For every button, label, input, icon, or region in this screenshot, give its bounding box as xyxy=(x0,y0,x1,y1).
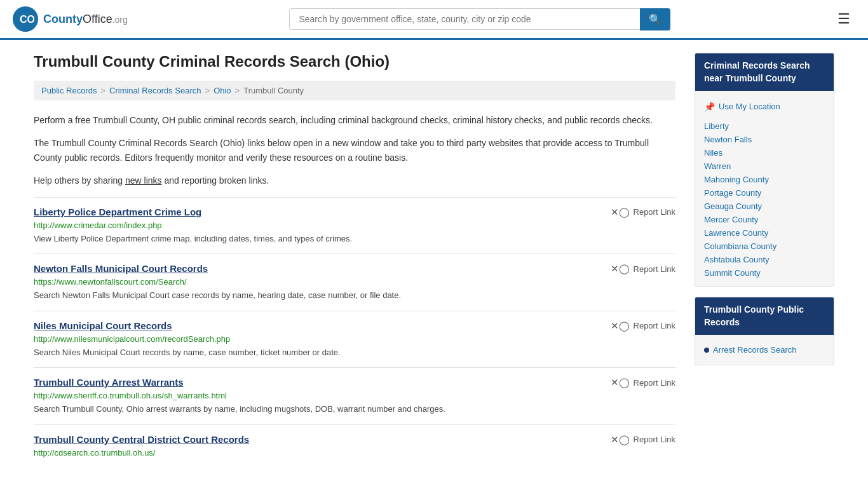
sidebar-nearby-link-9[interactable]: Columbiana County xyxy=(704,240,825,253)
sidebar-nearby-content: 📌 Use My Location LibertyNewton FallsNil… xyxy=(695,91,834,286)
main-container: Trumbull County Criminal Records Search … xyxy=(21,40,847,482)
record-link-4[interactable]: Trumbull County Central District Court R… xyxy=(34,434,249,445)
logo-area: CO CountyOffice.org xyxy=(13,6,128,32)
record-url-4[interactable]: http://cdsearch.co.trumbull.oh.us/ xyxy=(34,448,675,458)
record-item-0: Liberty Police Department Crime Log ✕◯ R… xyxy=(34,197,675,254)
sidebar-public-records-box: Trumbull County Public Records Arrest Re… xyxy=(695,297,834,365)
records-list: Liberty Police Department Crime Log ✕◯ R… xyxy=(34,197,675,469)
record-item-1: Newton Falls Municipal Court Records ✕◯ … xyxy=(34,254,675,311)
sidebar-sub-icon-0 xyxy=(704,348,709,353)
record-url-1[interactable]: https://www.newtonfallscourt.com/Search/ xyxy=(34,277,675,287)
pin-icon: 📌 xyxy=(704,102,715,112)
record-url-2[interactable]: http://www.nilesmunicipalcourt.com/recor… xyxy=(34,334,675,344)
report-icon-4: ✕◯ xyxy=(611,434,630,445)
report-icon-0: ✕◯ xyxy=(611,207,630,218)
report-link-1[interactable]: ✕◯ Report Link xyxy=(611,263,675,274)
breadcrumb-ohio[interactable]: Ohio xyxy=(214,86,231,95)
breadcrumb-sep-1: > xyxy=(100,86,105,95)
breadcrumb-public-records[interactable]: Public Records xyxy=(41,86,97,95)
report-link-3[interactable]: ✕◯ Report Link xyxy=(611,377,675,388)
sidebar: Criminal Records Search near Trumbull Co… xyxy=(695,53,834,469)
record-desc-0: View Liberty Police Department crime map… xyxy=(34,233,675,245)
description-para2: The Trumbull County Criminal Records Sea… xyxy=(34,136,675,165)
sidebar-public-records-header: Trumbull County Public Records xyxy=(695,297,834,335)
use-location-item[interactable]: 📌 Use My Location xyxy=(704,97,825,116)
record-link-1[interactable]: Newton Falls Municipal Court Records xyxy=(34,263,208,274)
breadcrumb-criminal-records-search[interactable]: Criminal Records Search xyxy=(109,86,201,95)
sidebar-nearby-link-3[interactable]: Warren xyxy=(704,159,825,173)
record-title-0: Liberty Police Department Crime Log xyxy=(34,207,201,217)
report-link-0[interactable]: ✕◯ Report Link xyxy=(611,207,675,218)
report-icon-3: ✕◯ xyxy=(611,377,630,388)
page-title: Trumbull County Criminal Records Search … xyxy=(34,53,675,71)
record-desc-2: Search Niles Municipal Court records by … xyxy=(34,346,675,359)
report-icon-1: ✕◯ xyxy=(611,263,630,274)
record-title-2: Niles Municipal Court Records xyxy=(34,320,172,331)
record-desc-3: Search Trumbull County, Ohio arrest warr… xyxy=(34,403,675,416)
use-location-link[interactable]: Use My Location xyxy=(719,100,780,113)
record-title-3: Trumbull County Arrest Warrants xyxy=(34,377,184,388)
sidebar-public-records-content: Arrest Records Search xyxy=(695,335,834,365)
sidebar-nearby-link-2[interactable]: Niles xyxy=(704,146,825,159)
breadcrumb: Public Records > Criminal Records Search… xyxy=(34,81,675,100)
record-title-4: Trumbull County Central District Court R… xyxy=(34,434,249,445)
breadcrumb-trumbull-county: Trumbull County xyxy=(243,86,304,95)
logo-text: CountyOffice.org xyxy=(43,13,128,26)
record-item-3: Trumbull County Arrest Warrants ✕◯ Repor… xyxy=(34,367,675,424)
search-input[interactable] xyxy=(289,8,640,30)
description-para3: Help others by sharing new links and rep… xyxy=(34,173,675,187)
search-icon: 🔍 xyxy=(649,14,661,25)
sidebar-nearby-box: Criminal Records Search near Trumbull Co… xyxy=(695,53,834,287)
logo-icon: CO xyxy=(13,6,38,32)
search-button[interactable]: 🔍 xyxy=(640,8,670,30)
new-links-link[interactable]: new links xyxy=(125,175,162,186)
record-desc-1: Search Newton Falls Municipal Court case… xyxy=(34,289,675,302)
report-label-2: Report Link xyxy=(634,321,675,330)
sidebar-nearby-link-8[interactable]: Lawrence County xyxy=(704,226,825,240)
report-icon-2: ✕◯ xyxy=(611,320,630,332)
sidebar-nearby-link-7[interactable]: Mercer County xyxy=(704,213,825,226)
description-para1: Perform a free Trumbull County, OH publi… xyxy=(34,113,675,127)
record-url-3[interactable]: http://www.sheriff.co.trumbull.oh.us/sh_… xyxy=(34,391,675,400)
site-header: CO CountyOffice.org 🔍 ☰ xyxy=(0,0,868,40)
sidebar-nearby-link-4[interactable]: Mahoning County xyxy=(704,173,825,186)
record-link-2[interactable]: Niles Municipal Court Records xyxy=(34,320,172,331)
sidebar-nearby-link-5[interactable]: Portage County xyxy=(704,186,825,200)
sidebar-nearby-link-6[interactable]: Geauga County xyxy=(704,200,825,213)
hamburger-icon: ☰ xyxy=(837,11,850,27)
report-label-4: Report Link xyxy=(634,435,675,444)
record-title-1: Newton Falls Municipal Court Records xyxy=(34,263,208,274)
record-url-0[interactable]: http://www.crimedar.com/index.php xyxy=(34,220,675,230)
sidebar-links-list: LibertyNewton FallsNilesWarrenMahoning C… xyxy=(704,119,825,280)
content-area: Trumbull County Criminal Records Search … xyxy=(34,53,675,469)
record-item-2: Niles Municipal Court Records ✕◯ Report … xyxy=(34,311,675,368)
report-link-4[interactable]: ✕◯ Report Link xyxy=(611,434,675,445)
breadcrumb-sep-2: > xyxy=(205,86,210,95)
record-item-4: Trumbull County Central District Court R… xyxy=(34,424,675,469)
sidebar-nearby-link-0[interactable]: Liberty xyxy=(704,119,825,133)
sidebar-public-records-list: Arrest Records Search xyxy=(704,341,825,358)
sidebar-nearby-link-11[interactable]: Summit County xyxy=(704,266,825,280)
sidebar-nearby-link-10[interactable]: Ashtabula County xyxy=(704,253,825,266)
search-area: 🔍 xyxy=(289,8,670,30)
record-link-0[interactable]: Liberty Police Department Crime Log xyxy=(34,207,201,217)
svg-text:CO: CO xyxy=(20,14,34,25)
menu-button[interactable]: ☰ xyxy=(832,8,855,30)
sidebar-public-record-link-0[interactable]: Arrest Records Search xyxy=(713,343,797,356)
report-label-1: Report Link xyxy=(634,264,675,274)
sidebar-public-record-item-0: Arrest Records Search xyxy=(704,341,825,358)
breadcrumb-sep-3: > xyxy=(235,86,240,95)
record-link-3[interactable]: Trumbull County Arrest Warrants xyxy=(34,377,184,388)
report-label-3: Report Link xyxy=(634,378,675,388)
sidebar-nearby-link-1[interactable]: Newton Falls xyxy=(704,133,825,146)
report-label-0: Report Link xyxy=(634,207,675,217)
sidebar-nearby-header: Criminal Records Search near Trumbull Co… xyxy=(695,53,834,91)
report-link-2[interactable]: ✕◯ Report Link xyxy=(611,320,675,332)
